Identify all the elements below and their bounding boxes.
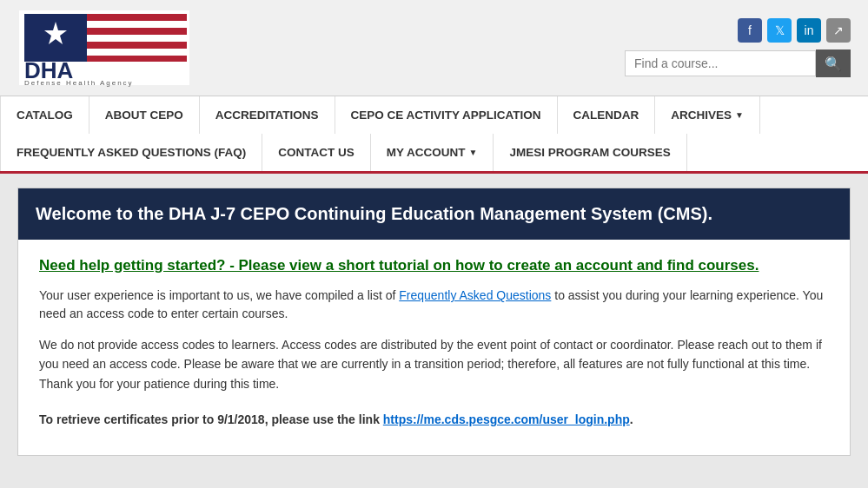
dha-logo: DHA Defense Health Agency <box>17 9 191 87</box>
logo-area: DHA Defense Health Agency <box>17 9 191 87</box>
welcome-banner: Welcome to the DHA J-7 CEPO Continuing E… <box>18 188 850 240</box>
nav-row1: CATALOG ABOUT CEPO ACCREDITATIONS CEPO C… <box>0 96 868 134</box>
twitter-icon[interactable]: 𝕏 <box>767 18 792 43</box>
main-nav: CATALOG ABOUT CEPO ACCREDITATIONS CEPO C… <box>0 96 868 174</box>
tutorial-link[interactable]: Need help getting started? - Please view… <box>39 257 829 274</box>
search-area: 🔍 <box>625 49 851 77</box>
svg-text:Defense Health Agency: Defense Health Agency <box>24 79 134 87</box>
share-icon[interactable]: ↗ <box>826 18 851 43</box>
svg-rect-6 <box>87 42 187 49</box>
content-body: Need help getting started? - Please view… <box>18 240 850 455</box>
nav-catalog[interactable]: CATALOG <box>0 96 89 134</box>
svg-rect-7 <box>87 49 187 56</box>
linkedin-icon[interactable]: in <box>797 18 821 43</box>
access-code-paragraph: We do not provide access codes to learne… <box>39 335 829 393</box>
facebook-icon[interactable]: f <box>738 18 762 43</box>
cert-before: To retrieve certificates prior to 9/1/20… <box>39 412 383 426</box>
nav-faq[interactable]: FREQUENTLY ASKED QUESTIONS (FAQ) <box>0 134 262 171</box>
faq-link[interactable]: Frequently Asked Questions <box>399 288 551 302</box>
svg-rect-4 <box>87 28 187 35</box>
cert-paragraph: To retrieve certificates prior to 9/1/20… <box>39 411 829 429</box>
cert-link[interactable]: https://me.cds.pesgce.com/user_login.php <box>383 412 630 426</box>
svg-rect-8 <box>87 56 187 62</box>
social-icons: f 𝕏 in ↗ <box>738 18 851 43</box>
intro-before-faq: Your user experience is important to us,… <box>39 288 399 302</box>
svg-rect-5 <box>87 35 187 42</box>
svg-rect-2 <box>87 14 187 21</box>
nav-archives[interactable]: ARCHIVES ▼ <box>655 96 760 134</box>
right-top: f 𝕏 in ↗ 🔍 <box>625 18 851 77</box>
svg-rect-3 <box>87 21 187 28</box>
nav-my-account[interactable]: MY ACCOUNT ▼ <box>371 134 494 171</box>
archives-caret: ▼ <box>735 110 744 120</box>
intro-paragraph: Your user experience is important to us,… <box>39 287 829 323</box>
nav-row2: FREQUENTLY ASKED QUESTIONS (FAQ) CONTACT… <box>0 134 868 171</box>
welcome-title: Welcome to the DHA J-7 CEPO Continuing E… <box>36 204 832 224</box>
my-account-caret: ▼ <box>469 148 478 157</box>
nav-jmesi[interactable]: JMESI PROGRAM COURSES <box>494 134 686 171</box>
nav-accreditations[interactable]: ACCREDITATIONS <box>200 96 335 134</box>
nav-contact[interactable]: CONTACT US <box>262 134 371 171</box>
top-bar: DHA Defense Health Agency f 𝕏 in ↗ 🔍 <box>0 0 868 96</box>
search-input[interactable] <box>625 50 816 76</box>
nav-cepo-ce[interactable]: CEPO CE ACTIVITY APPLICATION <box>335 96 558 134</box>
search-button[interactable]: 🔍 <box>816 49 851 77</box>
cert-after: . <box>630 412 633 426</box>
main-content: Welcome to the DHA J-7 CEPO Continuing E… <box>17 188 851 456</box>
nav-about-cepo[interactable]: ABOUT CEPO <box>89 96 200 134</box>
nav-calendar[interactable]: CALENDAR <box>558 96 656 134</box>
